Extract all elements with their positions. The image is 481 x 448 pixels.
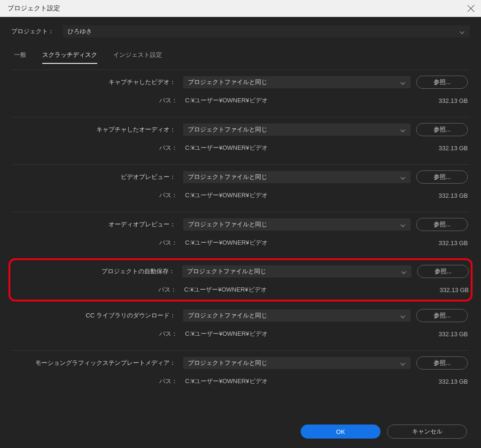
- section-captured-audio: キャプチャしたオーディオ： プロジェクトファイルと同じ 参照... パス： C:…: [11, 117, 470, 164]
- chevron-down-icon: [401, 127, 406, 132]
- autosave-dropdown-value: プロジェクトファイルと同じ: [187, 267, 266, 276]
- video-preview-browse-button[interactable]: 参照...: [416, 170, 468, 184]
- captured-audio-label: キャプチャしたオーディオ：: [13, 125, 178, 134]
- cc-libraries-browse-button[interactable]: 参照...: [416, 309, 468, 322]
- audio-preview-size: 332.13 GB: [416, 239, 468, 247]
- audio-preview-browse-button[interactable]: 参照...: [416, 218, 468, 231]
- path-label: パス：: [13, 144, 178, 152]
- captured-audio-browse-button[interactable]: 参照...: [416, 123, 468, 136]
- project-select[interactable]: ひろゆき: [63, 25, 470, 38]
- captured-audio-size: 332.13 GB: [416, 145, 468, 152]
- captured-audio-dropdown[interactable]: プロジェクトファイルと同じ: [183, 124, 411, 136]
- cc-libraries-size: 332.13 GB: [416, 331, 468, 338]
- path-label: パス：: [12, 286, 177, 294]
- autosave-path: C:¥ユーザー¥OWNER¥ビデオ: [182, 286, 411, 294]
- chevron-down-icon: [401, 175, 406, 179]
- captured-audio-path: C:¥ユーザー¥OWNER¥ビデオ: [183, 144, 411, 152]
- dialog-title: プロジェクト設定: [8, 4, 60, 13]
- path-label: パス：: [13, 330, 178, 338]
- chevron-down-icon: [402, 269, 407, 274]
- chevron-down-icon: [401, 361, 406, 365]
- titlebar: プロジェクト設定: [0, 0, 481, 17]
- captured-video-path: C:¥ユーザー¥OWNER¥ビデオ: [183, 96, 411, 105]
- tab-scratch-disks[interactable]: スクラッチディスク: [42, 51, 97, 64]
- project-label: プロジェクト：: [11, 27, 58, 36]
- section-motion-graphics: モーショングラフィックステンプレートメディア： プロジェクトファイルと同じ 参照…: [11, 350, 470, 398]
- captured-video-label: キャプチャしたビデオ：: [13, 78, 178, 86]
- tab-general[interactable]: 一般: [14, 51, 26, 64]
- autosave-browse-button[interactable]: 参照...: [417, 265, 469, 278]
- section-audio-preview: オーディオプレビュー： プロジェクトファイルと同じ 参照... パス： C:¥ユ…: [11, 212, 470, 259]
- cc-libraries-dropdown[interactable]: プロジェクトファイルと同じ: [183, 309, 411, 322]
- ok-button[interactable]: OK: [301, 425, 380, 439]
- video-preview-size: 332.13 GB: [416, 192, 468, 199]
- audio-preview-label: オーディオプレビュー：: [13, 220, 178, 229]
- autosave-label: プロジェクトの自動保存：: [12, 267, 177, 276]
- section-video-preview: ビデオプレビュー： プロジェクトファイルと同じ 参照... パス： C:¥ユーザ…: [11, 164, 470, 212]
- autosave-dropdown[interactable]: プロジェクトファイルと同じ: [182, 265, 411, 278]
- motion-graphics-label: モーショングラフィックステンプレートメディア：: [13, 359, 178, 367]
- section-captured-video: キャプチャしたビデオ： プロジェクトファイルと同じ 参照... パス： C:¥ユ…: [11, 70, 470, 117]
- cc-libraries-dropdown-value: プロジェクトファイルと同じ: [188, 311, 267, 320]
- path-label: パス：: [13, 377, 178, 386]
- video-preview-dropdown-value: プロジェクトファイルと同じ: [188, 173, 267, 181]
- captured-video-size: 332.13 GB: [416, 97, 468, 104]
- tabs: 一般 スクラッチディスク インジェスト設定: [11, 51, 470, 70]
- motion-graphics-browse-button[interactable]: 参照...: [416, 356, 468, 370]
- captured-video-dropdown[interactable]: プロジェクトファイルと同じ: [183, 76, 411, 88]
- cc-libraries-label: CC ライブラリのダウンロード：: [13, 311, 178, 320]
- audio-preview-path: C:¥ユーザー¥OWNER¥ビデオ: [183, 239, 411, 247]
- captured-video-browse-button[interactable]: 参照...: [416, 76, 468, 89]
- chevron-down-icon: [401, 313, 406, 318]
- chevron-down-icon: [460, 29, 465, 34]
- motion-graphics-size: 332.13 GB: [416, 378, 468, 385]
- section-cc-libraries: CC ライブラリのダウンロード： プロジェクトファイルと同じ 参照... パス：…: [11, 306, 470, 350]
- tab-ingest[interactable]: インジェスト設定: [113, 51, 162, 64]
- project-select-value: ひろゆき: [68, 27, 92, 36]
- captured-video-dropdown-value: プロジェクトファイルと同じ: [188, 78, 267, 86]
- dialog-footer: OK キャンセル: [301, 425, 467, 439]
- video-preview-label: ビデオプレビュー：: [13, 173, 178, 181]
- path-label: パス：: [13, 191, 178, 200]
- chevron-down-icon: [401, 80, 406, 85]
- path-label: パス：: [13, 239, 178, 247]
- motion-graphics-path: C:¥ユーザー¥OWNER¥ビデオ: [183, 377, 411, 386]
- autosave-highlight: プロジェクトの自動保存： プロジェクトファイルと同じ 参照... パス： C:¥…: [8, 258, 473, 301]
- autosave-size: 332.13 GB: [417, 286, 469, 294]
- video-preview-path: C:¥ユーザー¥OWNER¥ビデオ: [183, 191, 411, 200]
- motion-graphics-dropdown[interactable]: プロジェクトファイルと同じ: [183, 357, 411, 369]
- close-icon[interactable]: [467, 4, 475, 13]
- cc-libraries-path: C:¥ユーザー¥OWNER¥ビデオ: [183, 330, 411, 338]
- project-row: プロジェクト： ひろゆき: [11, 25, 470, 38]
- cancel-button[interactable]: キャンセル: [387, 425, 467, 439]
- audio-preview-dropdown[interactable]: プロジェクトファイルと同じ: [183, 218, 411, 231]
- video-preview-dropdown[interactable]: プロジェクトファイルと同じ: [183, 171, 411, 183]
- captured-audio-dropdown-value: プロジェクトファイルと同じ: [188, 125, 267, 134]
- path-label: パス：: [13, 96, 178, 105]
- audio-preview-dropdown-value: プロジェクトファイルと同じ: [188, 220, 267, 229]
- chevron-down-icon: [401, 222, 406, 227]
- motion-graphics-dropdown-value: プロジェクトファイルと同じ: [188, 359, 267, 367]
